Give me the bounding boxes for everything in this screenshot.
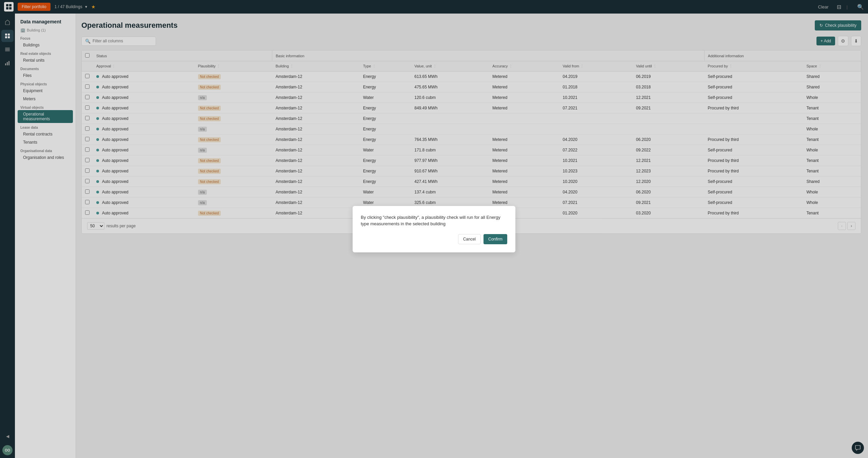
confirm-button[interactable]: Confirm: [484, 234, 507, 244]
confirm-modal: By clicking "check plausibility", a plau…: [353, 206, 515, 252]
cancel-button[interactable]: Cancel: [458, 234, 481, 244]
modal-text: By clicking "check plausibility", a plau…: [361, 214, 507, 227]
modal-actions: Cancel Confirm: [361, 234, 507, 244]
modal-overlay: By clicking "check plausibility", a plau…: [0, 0, 868, 458]
